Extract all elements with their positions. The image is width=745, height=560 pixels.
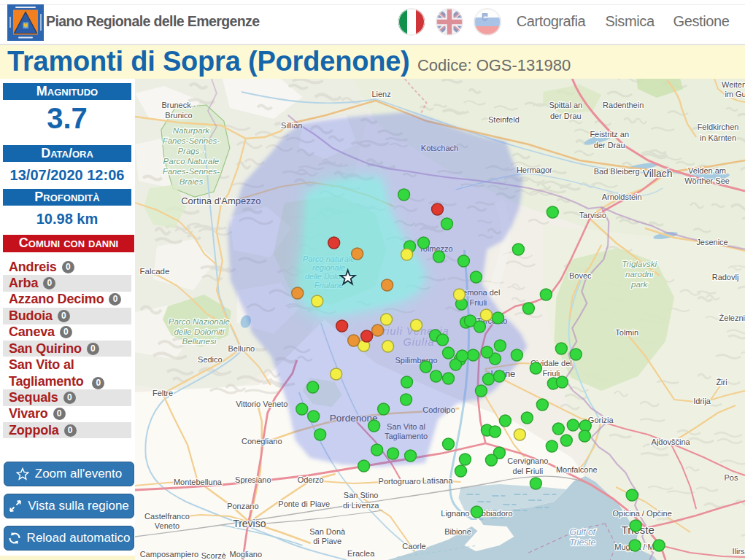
svg-text:Fanes-Sennes-: Fanes-Sennes- bbox=[163, 136, 220, 145]
svg-text:Spresiano: Spresiano bbox=[235, 475, 271, 484]
svg-text:Bovec: Bovec bbox=[569, 271, 592, 280]
svg-text:di Livenza: di Livenza bbox=[343, 501, 379, 510]
svg-text:Montebelluna: Montebelluna bbox=[174, 478, 223, 486]
svg-text:Scorzè: Scorzè bbox=[201, 551, 226, 560]
svg-text:Radovlj: Radovlj bbox=[712, 273, 739, 281]
svg-text:Tarvisio: Tarvisio bbox=[579, 211, 606, 219]
svg-text:Eraclea: Eraclea bbox=[347, 549, 375, 558]
svg-text:delle Dolomiti: delle Dolomiti bbox=[174, 327, 224, 336]
svg-text:Tolmin: Tolmin bbox=[615, 328, 638, 337]
svg-text:Camposampiero: Camposampiero bbox=[140, 550, 199, 559]
svg-text:Caorle: Caorle bbox=[402, 542, 425, 551]
svg-text:Cervignano: Cervignano bbox=[507, 456, 548, 465]
svg-text:Ilirs: Ilirs bbox=[732, 547, 745, 556]
svg-text:Žiri: Žiri bbox=[716, 378, 727, 386]
svg-text:Friuli: Friuli bbox=[542, 369, 560, 378]
svg-text:Steinfeld: Steinfeld bbox=[488, 115, 520, 124]
svg-text:Opicina / Opčine: Opicina / Opčine bbox=[613, 509, 672, 518]
svg-text:Parco Nazionale: Parco Nazionale bbox=[169, 317, 230, 326]
svg-text:Železnik: Železnik bbox=[719, 314, 745, 322]
svg-text:Gulf of: Gulf of bbox=[570, 527, 597, 537]
svg-text:park: park bbox=[630, 280, 649, 289]
svg-text:Lienz: Lienz bbox=[371, 90, 390, 98]
svg-text:Ponte di Piave: Ponte di Piave bbox=[278, 499, 330, 508]
svg-text:Ajdovščina: Ajdovščina bbox=[652, 438, 691, 446]
svg-text:Feldkirchen: Feldkirchen bbox=[698, 122, 739, 131]
svg-text:Braies: Braies bbox=[180, 177, 204, 186]
svg-text:Oderzo: Oderzo bbox=[298, 475, 324, 484]
svg-text:Portogruaro: Portogruaro bbox=[379, 477, 421, 486]
svg-text:Ponzano: Ponzano bbox=[227, 502, 258, 510]
svg-text:Radenthein: Radenthein bbox=[603, 101, 644, 109]
svg-text:Idrija: Idrija bbox=[693, 397, 711, 405]
svg-text:Bibione: Bibione bbox=[444, 527, 471, 536]
svg-text:San Stino: San Stino bbox=[344, 491, 379, 499]
svg-text:Arnoldstein: Arnoldstein bbox=[602, 192, 642, 201]
svg-text:del Friuli: del Friuli bbox=[513, 467, 543, 475]
svg-text:Bruneck -: Bruneck - bbox=[161, 101, 196, 109]
svg-text:Feltre: Feltre bbox=[153, 389, 173, 397]
svg-text:Gorizia: Gorizia bbox=[588, 416, 614, 424]
svg-text:Veneto: Veneto bbox=[155, 521, 180, 530]
svg-text:der Drau: der Drau bbox=[550, 112, 582, 120]
svg-text:Castelfranco: Castelfranco bbox=[144, 512, 190, 521]
svg-text:der Drau: der Drau bbox=[594, 141, 625, 149]
svg-text:Pos: Pos bbox=[725, 473, 738, 482]
svg-text:Jesenice: Jesenice bbox=[696, 238, 727, 246]
svg-text:di Piave: di Piave bbox=[313, 537, 341, 545]
svg-text:Mogliano: Mogliano bbox=[230, 550, 263, 559]
svg-text:Conegliano: Conegliano bbox=[242, 437, 282, 446]
svg-text:Latisana: Latisana bbox=[422, 476, 453, 485]
svg-text:Triglavski: Triglavski bbox=[622, 260, 657, 268]
svg-text:Belluno: Belluno bbox=[228, 344, 255, 353]
svg-text:Bellunesi: Bellunesi bbox=[182, 337, 217, 346]
svg-text:Trieste: Trieste bbox=[569, 537, 595, 548]
svg-text:Spittal an: Spittal an bbox=[549, 101, 582, 109]
svg-text:Prags -: Prags - bbox=[177, 147, 204, 155]
svg-text:Bad Bleiberg: Bad Bleiberg bbox=[594, 167, 640, 176]
svg-text:Hermagor: Hermagor bbox=[517, 166, 552, 174]
svg-text:narodni: narodni bbox=[625, 270, 654, 279]
svg-text:Fanes-Sennes-: Fanes-Sennes- bbox=[163, 167, 220, 176]
svg-text:Treviso: Treviso bbox=[233, 518, 266, 529]
svg-text:Feistritz an: Feistritz an bbox=[590, 130, 629, 139]
svg-text:im Gu: im Gu bbox=[725, 90, 745, 98]
svg-text:Vittorio Veneto: Vittorio Veneto bbox=[236, 400, 287, 408]
svg-text:in Kärnten: in Kärnten bbox=[700, 133, 736, 142]
svg-text:Brunico: Brunico bbox=[165, 111, 192, 120]
svg-text:Weiten: Weiten bbox=[722, 80, 745, 89]
svg-text:Parco Naturale: Parco Naturale bbox=[163, 157, 220, 166]
svg-text:Villach: Villach bbox=[643, 168, 673, 179]
svg-text:Falcade: Falcade bbox=[140, 267, 170, 276]
svg-text:Velden am: Velden am bbox=[688, 166, 726, 175]
svg-text:San Donà: San Donà bbox=[309, 527, 346, 536]
svg-text:Sedico: Sedico bbox=[198, 355, 223, 364]
svg-text:Wörther See: Wörther See bbox=[684, 176, 730, 185]
svg-text:Naturpark: Naturpark bbox=[173, 126, 211, 135]
svg-text:Monfalcone: Monfalcone bbox=[556, 465, 598, 474]
